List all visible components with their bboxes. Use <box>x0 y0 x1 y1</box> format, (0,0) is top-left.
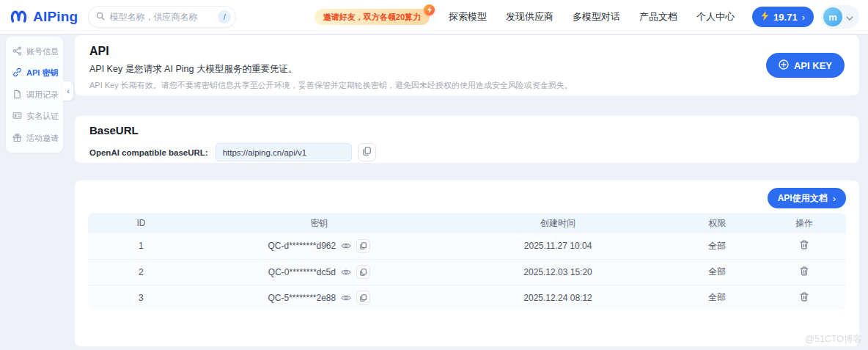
chevron-right-icon: › <box>833 193 836 204</box>
key-permission: 全部 <box>672 285 762 310</box>
table-row: 3 QC-5********2e88 <box>88 285 846 310</box>
nav-explore-models[interactable]: 探索模型 <box>449 10 487 23</box>
api-keys-card: API使用文档 › ID 密钥 创建时间 权限 操作 1 <box>75 181 859 346</box>
api-card-title: API <box>89 45 845 58</box>
trash-icon <box>800 240 809 249</box>
nav-multi-model-chat[interactable]: 多模型对话 <box>573 10 620 23</box>
table-header-row: ID 密钥 创建时间 权限 操作 <box>88 213 846 233</box>
top-navbar: AIPing / 邀请好友，双方各领20算力 探索模型 发现供应商 多模型对话 … <box>0 0 868 34</box>
create-api-key-button[interactable]: API KEY <box>766 53 845 78</box>
eye-icon <box>341 294 351 302</box>
masked-key: QC-5********2e88 <box>268 293 336 303</box>
trash-icon <box>800 266 809 276</box>
copy-key-button[interactable] <box>356 265 370 279</box>
credits-value: 19.71 <box>773 12 798 23</box>
table-row: 2 QC-0********dc5d <box>88 259 846 285</box>
invite-promo-text: 邀请好友，双方各领20算力 <box>323 12 421 23</box>
reveal-key-button[interactable] <box>341 269 351 276</box>
baseurl-card-title: BaseURL <box>89 124 845 136</box>
delete-key-button[interactable] <box>798 291 810 305</box>
col-header-created: 创建时间 <box>444 213 672 233</box>
key-cell: QC-5********2e88 <box>194 291 444 305</box>
key-id: 2 <box>88 259 194 285</box>
sidebar-item-label: API 密钥 <box>26 68 58 79</box>
baseurl-row: OpenAI compatible baseURL: <box>89 143 845 161</box>
document-icon <box>12 90 22 101</box>
link-icon <box>12 68 22 79</box>
key-id: 1 <box>88 233 194 259</box>
sidebar-item-label: 账号信息 <box>26 46 59 57</box>
app-logo[interactable]: AIPing <box>9 7 78 26</box>
sidebar-item-call-records[interactable]: 调用记录 <box>6 85 63 104</box>
sidebar-item-activity-invitation[interactable]: 活动邀请 <box>6 128 63 147</box>
delete-key-button[interactable] <box>798 265 810 280</box>
chevron-down-icon <box>846 10 853 23</box>
api-docs-label: API使用文档 <box>778 192 828 205</box>
logo-text: AIPing <box>33 9 78 25</box>
create-api-key-label: API KEY <box>794 60 832 71</box>
sidebar-collapse-button[interactable]: ‹ <box>63 81 73 101</box>
key-created-time: 2025.12.03 15:20 <box>444 259 672 285</box>
baseurl-label: OpenAI compatible baseURL: <box>89 148 208 157</box>
bolt-icon <box>761 11 769 23</box>
avatar: m <box>823 7 842 26</box>
baseurl-input[interactable] <box>216 143 352 161</box>
nav-discover-providers[interactable]: 发现供应商 <box>506 10 553 23</box>
key-created-time: 2025.12.24 08:12 <box>444 285 672 310</box>
delete-key-button[interactable] <box>798 238 810 253</box>
reveal-key-button[interactable] <box>341 294 351 302</box>
col-header-actions: 操作 <box>762 213 846 233</box>
sidebar-item-api-keys[interactable]: API 密钥 <box>6 64 63 83</box>
invite-promo-badge[interactable]: 邀请好友，双方各领20算力 <box>315 9 430 25</box>
copy-key-button[interactable] <box>356 291 370 305</box>
promo-bolt-icon <box>424 4 435 15</box>
api-intro-card: API API Key 是您请求 AI Ping 大模型服务的重要凭证。 API… <box>75 35 859 95</box>
credits-button[interactable]: 19.71 › <box>752 7 814 27</box>
api-docs-button[interactable]: API使用文档 › <box>768 188 846 208</box>
copy-icon <box>360 294 367 302</box>
copy-key-button[interactable] <box>356 239 370 253</box>
copy-icon <box>363 147 371 158</box>
nav-product-docs[interactable]: 产品文档 <box>639 10 677 23</box>
search-icon <box>96 10 105 23</box>
baseurl-card: BaseURL OpenAI compatible baseURL: <box>75 116 859 163</box>
api-card-note: API Key 长期有效。请您不要将密钥信息共享至公开环境，妥善保管并定期轮换密… <box>89 80 845 91</box>
masked-key: QC-0********dc5d <box>268 267 336 277</box>
chevron-left-icon: ‹ <box>67 87 70 95</box>
col-header-key: 密钥 <box>194 213 444 233</box>
key-created-time: 2025.11.27 10:04 <box>444 233 672 259</box>
main-nav: 探索模型 发现供应商 多模型对话 产品文档 个人中心 <box>449 10 735 23</box>
copy-baseurl-button[interactable] <box>358 143 376 161</box>
search-input[interactable] <box>109 12 213 22</box>
sidebar-item-account-info[interactable]: 账号信息 <box>6 42 63 61</box>
logo-icon <box>9 7 29 26</box>
sidebar-item-label: 活动邀请 <box>26 133 59 144</box>
sidebar-item-label: 实名认证 <box>26 111 59 122</box>
share-nodes-icon <box>12 46 22 57</box>
key-cell: QC-d********d962 <box>194 239 444 253</box>
api-keys-table: ID 密钥 创建时间 权限 操作 1 QC-d********d962 <box>88 213 846 310</box>
col-header-permission: 权限 <box>672 213 762 233</box>
eye-icon <box>341 242 351 249</box>
sidebar-item-label: 调用记录 <box>26 90 59 101</box>
chevron-right-icon: › <box>802 12 805 23</box>
masked-key: QC-d********d962 <box>268 241 336 251</box>
reveal-key-button[interactable] <box>341 242 351 249</box>
key-cell: QC-0********dc5d <box>194 265 444 279</box>
plus-circle-icon <box>779 59 789 72</box>
key-id: 3 <box>88 285 194 310</box>
search-box[interactable]: / <box>88 6 236 28</box>
eye-icon <box>341 269 351 276</box>
copy-icon <box>360 269 367 276</box>
key-permission: 全部 <box>672 233 762 259</box>
col-header-id: ID <box>88 213 194 233</box>
nav-personal-center[interactable]: 个人中心 <box>696 10 735 23</box>
copy-icon <box>360 242 367 249</box>
api-card-description: API Key 是您请求 AI Ping 大模型服务的重要凭证。 <box>89 63 845 76</box>
sidebar: 账号信息 API 密钥 调用记录 实名认证 <box>6 37 63 153</box>
gift-icon <box>12 133 22 144</box>
user-menu[interactable]: m <box>821 5 859 29</box>
key-permission: 全部 <box>672 259 762 285</box>
watermark: @51CTO博客 <box>805 333 862 346</box>
sidebar-item-identity-verification[interactable]: 实名认证 <box>6 107 63 126</box>
